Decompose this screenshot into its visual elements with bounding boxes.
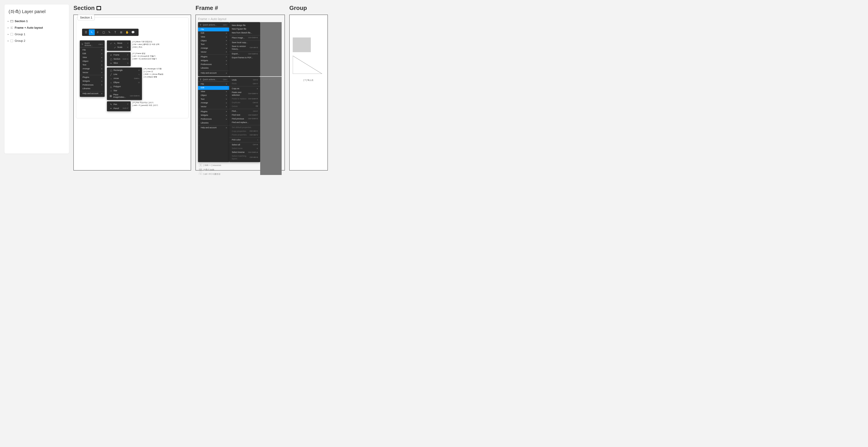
menu-item[interactable]: Copy propertiesCtrl+Alt+C <box>229 129 260 133</box>
layer-row-section1[interactable]: ▸ Section 1 <box>6 18 67 24</box>
menu-item[interactable]: Place image...Ctrl+Shift+K <box>229 36 260 40</box>
menu-item[interactable]: Find and replace... <box>229 121 260 125</box>
text-toolbar-button[interactable]: T <box>112 29 118 35</box>
menu-item[interactable]: Object▸ <box>80 59 105 63</box>
pen-toolbar-button[interactable]: ✎ <box>106 29 112 35</box>
menu-item-file[interactable]: File▸ <box>198 28 229 31</box>
menu-item[interactable]: Paste to replaceCtrl+Shift+R <box>229 97 260 101</box>
comment-toolbar-button[interactable]: 💬 <box>130 29 136 35</box>
move-toolbar-button[interactable]: ↖ <box>89 29 95 35</box>
menu-item[interactable]: Edit▸ <box>198 31 229 35</box>
menu-item[interactable]: Help and account▸ <box>198 126 229 130</box>
menu-item[interactable]: Widgets▸ <box>198 59 229 63</box>
menu-item[interactable]: Arrange▸ <box>198 101 229 105</box>
menu-item[interactable]: Vector▸ <box>198 105 229 109</box>
menu-item[interactable]: #FrameF <box>107 53 131 57</box>
menu-item[interactable]: ✏PencilShift+P <box>107 106 131 110</box>
menu-item[interactable]: Help and account▸ <box>198 71 229 75</box>
menu-item[interactable]: New from Sketch file... <box>229 31 260 35</box>
menu-item[interactable]: Select none⎋ <box>229 147 260 150</box>
menu-item[interactable]: Text▸ <box>198 97 229 101</box>
menu-item[interactable]: ▢SectionShift+S <box>107 57 131 61</box>
menu-item[interactable]: Arrange▸ <box>198 46 229 50</box>
rename-icon: ✎ <box>199 173 202 175</box>
quick-actions-item[interactable]: ⚲Quick actions...Ctrl+/ <box>198 78 229 81</box>
quick-actions-item[interactable]: ⚲Quick actions...Ctrl+/ <box>198 23 229 27</box>
menu-item[interactable]: ▢RectangleR <box>107 68 142 72</box>
menu-item[interactable]: Edit▸ <box>80 52 105 56</box>
menu-item[interactable]: Find previousCtrl+Shift+D <box>229 117 260 121</box>
menu-item[interactable]: RedoCtrl+Y <box>229 82 260 86</box>
menu-item[interactable]: Select inverseCtrl+Shift+A <box>229 150 260 154</box>
menu-item[interactable]: Libraries <box>198 66 229 70</box>
menu-item[interactable]: ╱LineL <box>107 72 142 76</box>
menu-item[interactable]: ⤢ScaleK <box>107 45 131 49</box>
section-title-icon <box>96 6 101 10</box>
resources-toolbar-button[interactable]: ⊞ <box>118 29 124 35</box>
menu-item[interactable]: Plugins▸ <box>198 110 229 113</box>
menu-item[interactable]: Save to version history...Ctrl+Alt+S <box>229 44 260 51</box>
shape-toolbar-button[interactable]: ▢ <box>101 29 106 35</box>
menu-item[interactable]: New design file <box>229 24 260 27</box>
menu-item[interactable]: ✎PenP <box>107 102 131 106</box>
menu-item[interactable]: Preferences▸ <box>198 63 229 66</box>
menu-item[interactable]: →ArrowShift+L <box>107 76 142 80</box>
quick-actions-item[interactable]: ⚲ Quick actions... Ctrl+/ <box>80 41 105 47</box>
menu-item[interactable]: 🖼Place image/video...Ctrl+Shift+K <box>107 93 142 99</box>
menu-item[interactable]: Export...Ctrl+Shift+E <box>229 52 260 56</box>
frame-header: Frame + Auto layout <box>198 17 282 21</box>
menu-item[interactable]: Find nextCtrl+Shift+F <box>229 113 260 117</box>
menu-item[interactable]: File▸ <box>198 82 229 86</box>
menu-item[interactable]: Select matching layersCtrl+Alt+A <box>229 154 260 161</box>
menu-item[interactable]: △Polygon <box>107 85 142 89</box>
svg-marker-7 <box>293 56 322 74</box>
menu-item[interactable]: Libraries <box>198 121 229 125</box>
menu-item[interactable]: DuplicateCtrl+D <box>229 101 260 105</box>
menu-item[interactable]: Object▸ <box>198 39 229 43</box>
layer-row-group1[interactable]: ▸ Group 1 <box>6 31 67 37</box>
menu-item[interactable]: Paste propertiesCtrl+Alt+V <box>229 133 260 137</box>
menu-item[interactable]: Preferences▸ <box>80 83 105 87</box>
menu-item[interactable]: Object▸ <box>198 94 229 97</box>
menu-item[interactable]: Arrange▸ <box>80 67 105 71</box>
layer-row-group2[interactable]: ▸ Group 2 <box>6 37 67 44</box>
layer-row-frame[interactable]: ▸ Frame + Auto layout <box>6 24 67 31</box>
menu-item[interactable]: Paste over selectionCtrl+Shift+V <box>229 91 260 97</box>
menu-item[interactable]: Widgets▸ <box>80 79 105 83</box>
menu-item[interactable]: Save local copy... <box>229 41 260 45</box>
menu-item[interactable]: Copy as▸ <box>229 87 260 91</box>
section-tab[interactable]: Section 1 <box>78 15 95 20</box>
menu-item[interactable]: View▸ <box>198 90 229 94</box>
menu-item[interactable]: View▸ <box>198 35 229 39</box>
menu-item[interactable]: ✓↖MoveV <box>107 41 131 45</box>
menu-item[interactable]: View▸ <box>80 56 105 59</box>
arrow-icon: → <box>110 77 112 80</box>
menu-item[interactable]: New FigJam file <box>229 27 260 31</box>
menu-item[interactable]: Delete⌫ <box>229 105 260 108</box>
menu-item[interactable]: Text▸ <box>198 43 229 46</box>
menu-item[interactable]: Vector▸ <box>80 71 105 74</box>
hand-toolbar-button[interactable]: ✋ <box>124 29 130 35</box>
menu-toolbar-button[interactable]: ☰ <box>83 29 89 35</box>
menu-item[interactable]: Help and account▸ <box>80 92 105 96</box>
menu-item[interactable]: Preferences▸ <box>198 117 229 121</box>
menu-item[interactable]: Vector▸ <box>198 50 229 54</box>
menu-item[interactable]: Export frames to PDF... <box>229 56 260 60</box>
menu-item[interactable]: Text▸ <box>80 63 105 67</box>
search-icon: ⚲ <box>200 24 202 26</box>
menu-item[interactable]: UndoCtrl+Z <box>229 78 260 82</box>
menu-item[interactable]: ✂SliceS <box>107 61 131 65</box>
frame-toolbar-button[interactable]: # <box>95 29 101 35</box>
menu-item[interactable]: File▸ <box>80 48 105 52</box>
menu-item[interactable]: Set default properties <box>229 126 260 130</box>
menu-item[interactable]: Widgets▸ <box>198 113 229 117</box>
menu-item[interactable]: Plugins▸ <box>80 76 105 79</box>
menu-item[interactable]: Select allCtrl+A <box>229 143 260 147</box>
menu-item[interactable]: ○EllipseO <box>107 80 142 85</box>
menu-item[interactable]: Find...Ctrl+F <box>229 109 260 113</box>
menu-item[interactable]: ☆Star <box>107 89 142 93</box>
menu-item-edit[interactable]: Edit▸ <box>198 86 229 90</box>
menu-item[interactable]: Plugins▸ <box>198 55 229 59</box>
menu-item[interactable]: Libraries <box>80 87 105 91</box>
menu-item[interactable]: Pick colorI <box>229 138 260 142</box>
